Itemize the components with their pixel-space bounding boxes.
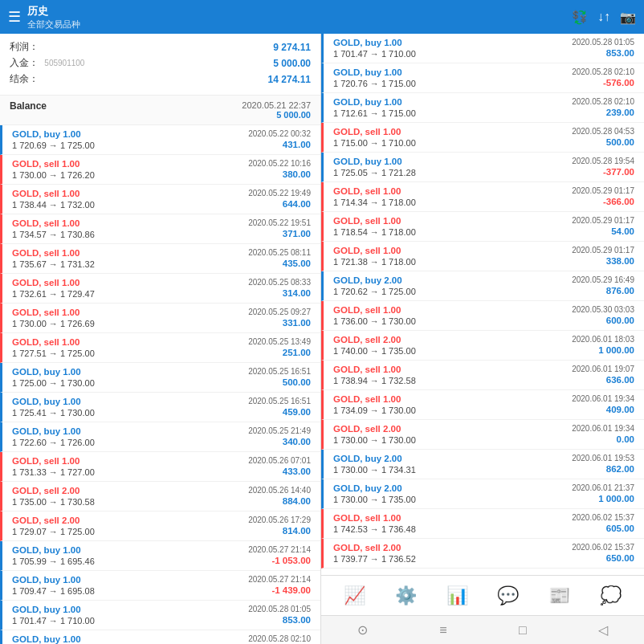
trade-date: 2020.05.28 02:10 — [572, 97, 634, 106]
table-row[interactable]: GOLD, buy 2.00 1 730.00 → 1 734.31 2020.… — [321, 450, 644, 479]
trade-date: 2020.05.26 14:40 — [248, 486, 311, 495]
table-row[interactable]: GOLD, buy 1.00 1 725.41 → 1 730.00 2020.… — [0, 393, 320, 422]
trade-left: GOLD, sell 1.00 1 714.34 → 1 718.00 — [333, 186, 572, 207]
balance-value: 14 274.11 — [268, 74, 311, 85]
table-row[interactable]: GOLD, sell 1.00 1 735.67 → 1 731.32 2020… — [0, 244, 320, 274]
table-row[interactable]: GOLD, buy 1.00 1 720.76 → 1 715.00 2020.… — [321, 63, 644, 93]
trade-type: GOLD, sell 1.00 — [333, 394, 572, 404]
table-row[interactable]: GOLD, buy 1.00 1 720.69 → 1 725.00 2020.… — [0, 125, 320, 155]
table-row[interactable]: GOLD, sell 2.00 1 740.00 → 1 735.00 2020… — [321, 331, 644, 361]
table-row[interactable]: GOLD, buy 1.00 1 709.47 → 1 695.08 2020.… — [0, 571, 320, 601]
table-row[interactable]: GOLD, sell 1.00 1 742.53 → 1 736.48 2020… — [321, 509, 644, 539]
table-row[interactable]: GOLD, sell 1.00 1 732.61 → 1 729.47 2020… — [0, 274, 320, 304]
table-row[interactable]: GOLD, sell 1.00 1 738.94 → 1 732.58 2020… — [321, 361, 644, 390]
watermark-text: 505901100 — [44, 59, 84, 67]
trade-date: 2020.06.01 21:37 — [572, 483, 634, 492]
trade-left: GOLD, sell 1.00 1 738.94 → 1 732.58 — [333, 365, 572, 385]
trade-type: GOLD, buy 1.00 — [12, 545, 248, 555]
table-row[interactable]: GOLD, sell 1.00 1 714.34 → 1 718.00 2020… — [321, 182, 644, 212]
trade-right: 2020.05.28 02:10 -576.00 — [572, 67, 634, 88]
table-row[interactable]: GOLD, sell 1.00 1 727.51 → 1 725.00 2020… — [0, 333, 320, 363]
system-nav: ⊙ ≡ □ ◁ — [321, 615, 644, 644]
trade-left: GOLD, buy 1.00 1 720.76 → 1 715.00 — [333, 67, 572, 88]
table-row[interactable]: GOLD, sell 1.00 1 730.00 → 1 726.69 2020… — [0, 304, 320, 333]
balance-entry-info: 2020.05.21 22:37 5 000.00 — [242, 100, 311, 120]
table-row[interactable]: GOLD, buy 1.00 1 705.99 → 1 695.46 2020.… — [0, 541, 320, 571]
trade-prices: 1 701.47 → 1 710.00 — [333, 49, 572, 59]
balance-amount: 5 000.00 — [242, 110, 311, 120]
table-row[interactable]: GOLD, buy 1.00 1 712.61 → 1 715.00 2020.… — [321, 93, 644, 123]
trade-type: GOLD, buy 2.00 — [333, 275, 572, 285]
trade-right: 2020.05.29 01:17 54.00 — [572, 216, 634, 236]
table-row[interactable]: GOLD, sell 1.00 1 730.00 → 1 726.20 2020… — [0, 155, 320, 185]
table-row[interactable]: GOLD, sell 2.00 1 730.00 → 1 730.00 2020… — [321, 420, 644, 450]
table-row[interactable]: GOLD, buy 1.00 1 720.76 → 1 715.00 2020.… — [0, 630, 320, 644]
bottom-nav: 📈 ⚙️ 📊 💬 📰 💭 — [321, 575, 644, 615]
table-row[interactable]: GOLD, sell 2.00 1 739.77 → 1 736.52 2020… — [321, 539, 644, 569]
menu-button[interactable]: ◁ — [598, 622, 608, 638]
table-row[interactable]: GOLD, sell 1.00 1 738.44 → 1 732.00 2020… — [0, 185, 320, 214]
table-row[interactable]: GOLD, sell 1.00 1 731.33 → 1 727.00 2020… — [0, 452, 320, 482]
trade-prices: 1 730.00 → 1 735.00 — [333, 495, 572, 504]
trade-date: 2020.06.02 15:37 — [572, 543, 634, 552]
trade-right: 2020.05.28 19:54 -377.00 — [572, 157, 634, 177]
table-row[interactable]: GOLD, buy 1.00 1 725.00 → 1 730.00 2020.… — [0, 363, 320, 393]
trade-profit: 433.00 — [248, 467, 311, 476]
table-row[interactable]: GOLD, buy 1.00 1 722.60 → 1 726.00 2020.… — [0, 422, 320, 452]
trade-profit: 0.00 — [572, 434, 634, 444]
nav-analytics[interactable]: 📊 — [431, 585, 483, 606]
deposit-value: 5 000.00 — [273, 58, 311, 69]
trade-profit: 500.00 — [248, 377, 311, 387]
menu-icon[interactable]: ☰ — [8, 8, 21, 26]
trade-date: 2020.05.30 03:03 — [572, 305, 634, 314]
trade-left: GOLD, buy 1.00 1 709.47 → 1 695.08 — [12, 575, 248, 596]
table-row[interactable]: GOLD, sell 1.00 1 736.00 → 1 730.00 2020… — [321, 301, 644, 331]
header-title: 历史 — [27, 4, 572, 18]
nav-chart[interactable]: 📈 — [329, 585, 381, 606]
table-row[interactable]: GOLD, buy 1.00 1 725.05 → 1 721.28 2020.… — [321, 153, 644, 182]
trade-prices: 1 721.38 → 1 718.00 — [333, 257, 572, 267]
trade-type: GOLD, sell 1.00 — [12, 456, 248, 466]
table-row[interactable]: GOLD, sell 1.00 1 715.00 → 1 710.00 2020… — [321, 123, 644, 153]
nav-chat[interactable]: 💭 — [585, 585, 636, 606]
nav-settings[interactable]: ⚙️ — [381, 585, 432, 606]
camera-icon[interactable]: 📷 — [620, 10, 636, 25]
table-row[interactable]: GOLD, sell 1.00 1 734.57 → 1 730.86 2020… — [0, 214, 320, 244]
trade-type: GOLD, buy 1.00 — [12, 634, 248, 644]
table-row[interactable]: GOLD, sell 1.00 1 721.38 → 1 718.00 2020… — [321, 242, 644, 271]
table-row[interactable]: GOLD, sell 1.00 1 734.09 → 1 730.00 2020… — [321, 390, 644, 420]
table-row[interactable]: GOLD, buy 1.00 1 701.47 → 1 710.00 2020.… — [321, 34, 644, 63]
trade-type: GOLD, sell 1.00 — [333, 513, 572, 523]
trade-date: 2020.05.22 19:51 — [248, 218, 311, 227]
nav-news[interactable]: 📰 — [534, 585, 585, 606]
trade-type: GOLD, buy 2.00 — [333, 454, 572, 463]
right-trade-list[interactable]: GOLD, buy 1.00 1 701.47 → 1 710.00 2020.… — [321, 34, 644, 575]
table-row[interactable]: GOLD, sell 2.00 1 735.00 → 1 730.58 2020… — [0, 482, 320, 512]
trade-left: GOLD, buy 1.00 1 705.99 → 1 695.46 — [12, 545, 248, 566]
trade-right: 2020.06.01 19:53 862.00 — [572, 454, 634, 474]
trade-type: GOLD, sell 2.00 — [12, 516, 248, 525]
trade-prices: 1 720.69 → 1 725.00 — [12, 141, 248, 150]
trade-left: GOLD, sell 1.00 1 727.51 → 1 725.00 — [12, 337, 248, 358]
trade-prices: 1 739.77 → 1 736.52 — [333, 554, 572, 564]
table-row[interactable]: GOLD, buy 1.00 1 701.47 → 1 710.00 2020.… — [0, 601, 320, 630]
back-button[interactable]: ⊙ — [357, 622, 368, 638]
table-row[interactable]: GOLD, sell 1.00 1 718.54 → 1 718.00 2020… — [321, 212, 644, 242]
left-panel: 利润： 9 274.11 入金： 505901100 5 000.00 结余： … — [0, 34, 321, 644]
trade-left: GOLD, sell 2.00 1 729.07 → 1 725.00 — [12, 516, 248, 536]
home-button[interactable]: ≡ — [439, 623, 446, 638]
table-row[interactable]: GOLD, sell 2.00 1 729.07 → 1 725.00 2020… — [0, 512, 320, 541]
trade-type: GOLD, buy 1.00 — [12, 575, 248, 585]
sort-icon[interactable]: ↓↑ — [597, 10, 610, 24]
trade-left: GOLD, sell 1.00 1 730.00 → 1 726.69 — [12, 308, 248, 328]
trade-prices: 1 720.76 → 1 715.00 — [333, 79, 572, 88]
recent-button[interactable]: □ — [519, 623, 527, 638]
trade-type: GOLD, buy 2.00 — [333, 483, 572, 493]
table-row[interactable]: GOLD, buy 2.00 1 730.00 → 1 735.00 2020.… — [321, 479, 644, 509]
nav-messages[interactable]: 💬 — [483, 585, 534, 606]
exchange-icon[interactable]: 💱 — [572, 10, 588, 25]
trade-date: 2020.05.28 19:54 — [572, 157, 634, 165]
trade-left: GOLD, sell 2.00 1 739.77 → 1 736.52 — [333, 543, 572, 564]
left-trade-list[interactable]: GOLD, buy 1.00 1 720.69 → 1 725.00 2020.… — [0, 125, 320, 644]
table-row[interactable]: GOLD, buy 2.00 1 720.62 → 1 725.00 2020.… — [321, 271, 644, 301]
